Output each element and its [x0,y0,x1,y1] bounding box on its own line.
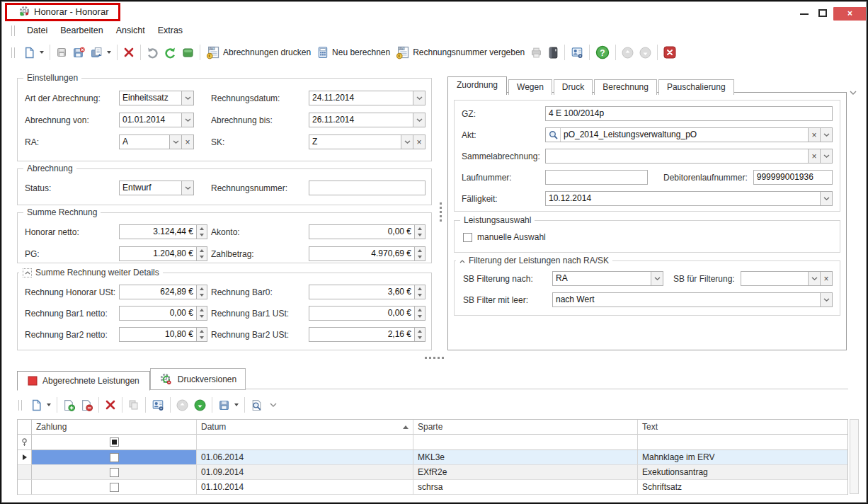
toolbar-overflow-chevron-icon[interactable] [850,88,857,98]
recalculate-button[interactable]: Neu berechnen [314,44,393,61]
chevron-down-icon[interactable] [181,91,193,105]
menu-datei[interactable]: Datei [21,23,54,38]
filter-text-cell[interactable] [638,435,847,450]
datum-cell[interactable]: 01.09.2014 [197,465,413,480]
column-header-zahlung[interactable]: Zahlung [32,420,197,435]
dropdown-arrow-icon[interactable] [47,403,51,406]
new-row-button[interactable] [28,397,54,413]
clear-icon[interactable]: × [820,272,832,285]
spinner-buttons[interactable] [196,247,207,260]
nav-up-button[interactable] [173,397,191,413]
chevron-down-icon[interactable] [169,135,181,149]
debitorenlaufnummer-input[interactable]: 999999001936 [753,170,833,185]
rechnungsdatum-combo[interactable]: 24.11.2014 [309,91,426,105]
laufnummer-input[interactable] [545,170,648,185]
table-row[interactable]: 01.06.2014 MKL3e Mahnklage im ERV [18,450,847,465]
vertical-splitter[interactable] [440,202,442,222]
tab-wegen[interactable]: Wegen [508,79,552,95]
filter-datum-cell[interactable] [197,435,413,450]
menu-ansicht[interactable]: Ansicht [110,23,152,38]
rechnung-bar1-netto-spin[interactable]: 0,00 € [119,306,207,321]
rechnung-bar2-netto-spin[interactable]: 10,80 € [119,327,207,342]
zahlung-checkbox[interactable] [110,483,119,492]
sparte-cell[interactable]: schrsa [413,480,638,495]
spinner-buttons[interactable] [196,285,207,299]
save-button[interactable] [53,45,70,60]
marker-button[interactable] [179,45,197,61]
akt-lookup[interactable]: pO_2014_Leistungsverwaltung_pO × [545,127,833,142]
assign-invoice-number-button[interactable]: INV€ Rechnungsnummer vergeben [393,43,527,62]
clear-icon[interactable]: × [181,135,193,149]
menu-bearbeiten[interactable]: Bearbeiten [54,23,109,38]
dropdown-arrow-icon[interactable] [40,51,44,54]
delete-row-button[interactable] [102,397,119,413]
text-cell[interactable]: Exekutionsantrag [638,465,847,480]
filter-pin-icon[interactable] [18,435,32,450]
close-button[interactable]: × [833,7,867,21]
add-row-button[interactable] [60,397,78,413]
clear-icon[interactable]: × [808,128,820,142]
datum-cell[interactable]: 01.10.2014 [197,480,413,495]
zahlung-cell[interactable] [32,480,197,495]
pg-spin[interactable]: 1.204,80 € [119,246,207,261]
minimize-button[interactable] [800,13,809,15]
delete-button[interactable] [120,45,137,60]
spinner-buttons[interactable] [414,225,425,239]
ra-combo[interactable]: A× [119,134,194,149]
text-cell[interactable]: Schriftsatz [638,480,847,495]
rechnung-bar0-spin[interactable]: 3,60 € [309,285,426,299]
spinner-buttons[interactable] [414,285,425,299]
column-header-datum[interactable]: Datum [197,420,413,435]
chevron-down-icon[interactable] [820,128,832,142]
tab-zuordnung[interactable]: Zuordnung [447,76,507,95]
chevron-down-icon[interactable] [181,113,193,127]
chevron-down-icon[interactable] [181,181,193,195]
toolbar-chevron-icon[interactable] [270,400,277,410]
print-invoices-button[interactable]: INV€ Abrechnungen drucken [203,43,314,62]
redo-button[interactable] [161,45,179,61]
rechnung-honorar-ust-spin[interactable]: 624,89 € [119,285,207,299]
rechnung-bar2-ust-spin[interactable]: 2,16 € [309,327,426,342]
clear-icon[interactable]: × [413,135,425,149]
sk-combo[interactable]: Z× [309,134,426,149]
user-export-button[interactable] [149,396,167,413]
new-document-button[interactable] [21,45,47,61]
gz-input[interactable]: 4 E 100/2014p [545,106,833,121]
chevron-down-icon[interactable] [413,91,425,105]
sammelabrechnung-lookup[interactable]: × [545,149,833,164]
nav-down-button[interactable] [191,397,209,413]
save-error-button[interactable] [70,45,88,61]
menu-extras[interactable]: Extras [152,23,189,38]
chevron-down-icon[interactable] [820,293,832,307]
nav-up-button[interactable] [619,45,636,61]
collapse-toggle[interactable] [23,268,32,277]
spinner-buttons[interactable] [196,328,207,341]
column-header-sparte[interactable]: Sparte [413,420,638,435]
exit-button[interactable] [661,44,679,61]
sb-filterung-nach-combo[interactable]: RA [552,271,663,286]
sparte-cell[interactable]: EXfR2e [413,465,638,480]
help-button[interactable]: ? [593,43,612,62]
zahlung-checkbox[interactable] [110,468,119,477]
sparte-cell[interactable]: MKL3e [413,450,638,465]
nav-down-button[interactable] [636,45,654,61]
chevron-down-icon[interactable] [401,135,413,149]
spinner-buttons[interactable] [196,307,207,320]
abrechnung-von-combo[interactable]: 01.01.2014 [119,113,194,127]
art-der-abrechnung-combo[interactable]: Einheitssatz [119,91,194,105]
horizontal-splitter[interactable] [425,357,444,359]
search-icon[interactable] [546,128,561,142]
table-row[interactable]: 01.09.2014 EXfR2e Exekutionsantrag [18,465,847,480]
collapse-toggle[interactable] [459,256,465,265]
spinner-buttons[interactable] [414,247,425,260]
filter-zahlung-cell[interactable] [32,435,197,450]
tab-pauschalierung[interactable]: Pauschalierung [658,79,734,95]
zahlbetrag-spin[interactable]: 4.970,69 € [309,246,426,261]
text-cell[interactable]: Mahnklage im ERV [638,450,847,465]
clear-icon[interactable]: × [808,149,820,163]
maximize-button[interactable] [818,9,827,17]
sb-fuer-filterung-combo[interactable]: × [741,271,833,286]
faelligkeit-combo[interactable]: 10.12.2014 [545,191,833,206]
spinner-buttons[interactable] [414,307,425,320]
find-button[interactable] [248,397,265,413]
